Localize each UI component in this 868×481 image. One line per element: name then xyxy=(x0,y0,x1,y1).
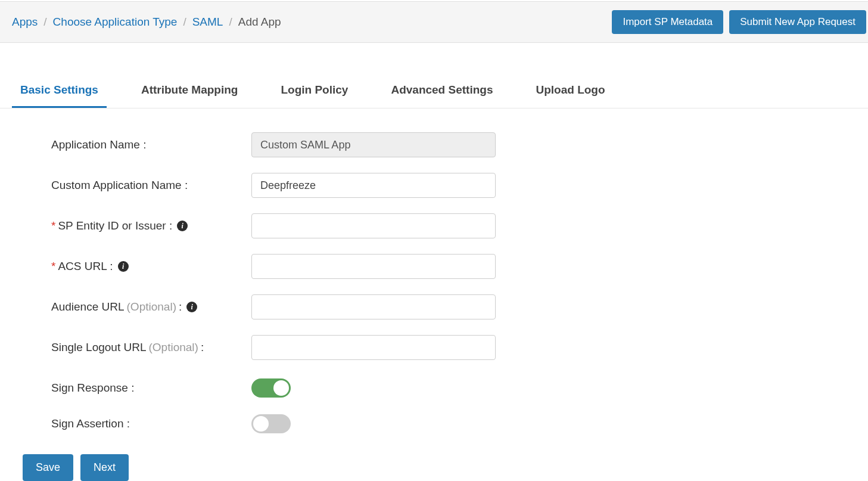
row-sign-response: Sign Response : xyxy=(51,376,856,401)
breadcrumb-saml[interactable]: SAML xyxy=(192,15,223,29)
label-acs-url: *ACS URL : i xyxy=(51,260,251,273)
breadcrumb: Apps / Choose Application Type / SAML / … xyxy=(12,15,281,29)
submit-new-app-request-button[interactable]: Submit New App Request xyxy=(729,10,866,34)
label-audience-url: Audience URL (Optional) : i xyxy=(51,300,251,314)
breadcrumb-sep: / xyxy=(43,15,46,29)
label-custom-application-name: Custom Application Name : xyxy=(51,179,251,192)
breadcrumb-sep: / xyxy=(183,15,186,29)
row-custom-application-name: Custom Application Name : xyxy=(51,173,856,198)
row-application-name: Application Name : xyxy=(51,132,856,157)
application-name-input xyxy=(251,132,496,157)
info-icon[interactable]: i xyxy=(118,261,129,272)
tab-upload-logo[interactable]: Upload Logo xyxy=(527,77,613,108)
import-sp-metadata-button[interactable]: Import SP Metadata xyxy=(612,10,723,34)
label-sp-entity-id: *SP Entity ID or Issuer : i xyxy=(51,219,251,232)
row-acs-url: *ACS URL : i xyxy=(51,254,856,279)
tab-login-policy[interactable]: Login Policy xyxy=(272,77,356,108)
acs-url-input[interactable] xyxy=(251,254,496,279)
bottom-buttons: Save Next xyxy=(23,454,868,481)
info-icon[interactable]: i xyxy=(177,221,188,231)
tabs: Basic Settings Attribute Mapping Login P… xyxy=(0,77,868,108)
label-application-name: Application Name : xyxy=(51,138,251,151)
row-audience-url: Audience URL (Optional) : i xyxy=(51,294,856,319)
breadcrumb-sep: / xyxy=(229,15,232,29)
save-button[interactable]: Save xyxy=(23,454,73,481)
breadcrumb-current: Add App xyxy=(238,15,281,29)
row-sign-assertion: Sign Assertion : xyxy=(51,411,856,436)
audience-url-input[interactable] xyxy=(251,294,496,319)
top-bar: Apps / Choose Application Type / SAML / … xyxy=(0,1,868,43)
sign-assertion-toggle[interactable] xyxy=(251,414,291,433)
form-area: Application Name : Custom Application Na… xyxy=(0,108,868,436)
sign-response-toggle[interactable] xyxy=(251,378,291,398)
label-single-logout-url: Single Logout URL (Optional) : xyxy=(51,341,251,354)
label-sign-response: Sign Response : xyxy=(51,381,251,395)
next-button[interactable]: Next xyxy=(80,454,129,481)
row-single-logout-url: Single Logout URL (Optional) : xyxy=(51,335,856,360)
sp-entity-id-input[interactable] xyxy=(251,213,496,238)
tab-advanced-settings[interactable]: Advanced Settings xyxy=(382,77,501,108)
row-sp-entity-id: *SP Entity ID or Issuer : i xyxy=(51,213,856,238)
tab-basic-settings[interactable]: Basic Settings xyxy=(12,77,107,108)
breadcrumb-apps[interactable]: Apps xyxy=(12,15,38,29)
breadcrumb-choose-type[interactable]: Choose Application Type xyxy=(53,15,178,29)
info-icon[interactable]: i xyxy=(186,302,197,312)
top-buttons: Import SP Metadata Submit New App Reques… xyxy=(612,10,868,34)
custom-application-name-input[interactable] xyxy=(251,173,496,198)
label-sign-assertion: Sign Assertion : xyxy=(51,417,251,430)
required-asterisk: * xyxy=(51,219,55,232)
required-asterisk: * xyxy=(51,260,55,273)
single-logout-url-input[interactable] xyxy=(251,335,496,360)
tab-attribute-mapping[interactable]: Attribute Mapping xyxy=(133,77,247,108)
